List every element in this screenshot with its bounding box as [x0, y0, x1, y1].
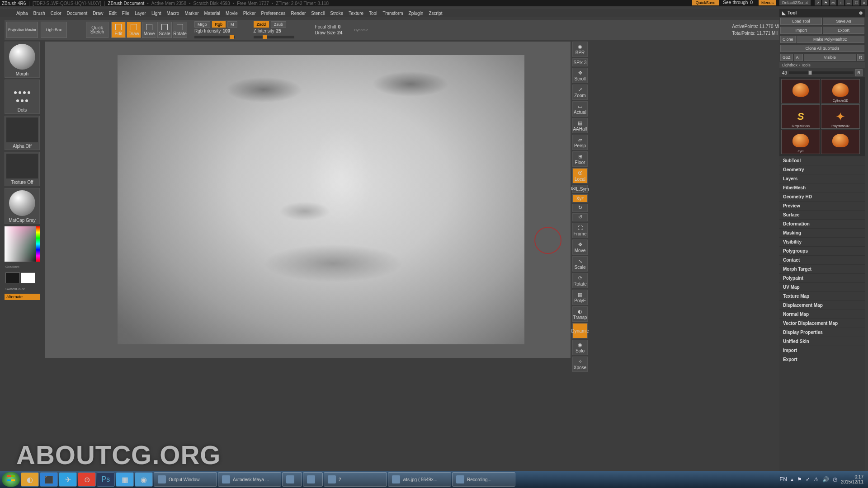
section-preview[interactable]: Preview: [779, 201, 865, 210]
move-mode-button[interactable]: Move: [142, 22, 156, 38]
material-slot[interactable]: MatCap Gray: [5, 188, 40, 224]
color-picker[interactable]: [5, 226, 40, 262]
dynamic-label[interactable]: Dynamic: [354, 28, 368, 32]
transp-button[interactable]: ◐Transp: [572, 306, 588, 322]
menu-movie[interactable]: Movie: [226, 11, 238, 16]
texture-slot[interactable]: Texture Off: [5, 152, 40, 186]
menu-light[interactable]: Light: [151, 11, 161, 16]
focal-shift-value[interactable]: 0: [338, 24, 341, 29]
viewport-3d[interactable]: [118, 55, 524, 344]
menu-transform[interactable]: Transform: [382, 11, 403, 16]
section-vector-displacement-map[interactable]: Vector Displacement Map: [779, 319, 865, 328]
taskbar-task-0[interactable]: Output Window: [154, 472, 217, 487]
section-display-properties[interactable]: Display Properties: [779, 328, 865, 337]
menu-preferences[interactable]: Preferences: [261, 11, 286, 16]
minimize-icon[interactable]: —: [845, 0, 852, 5]
see-through-slider[interactable]: See-through 0: [723, 0, 753, 5]
clone-button[interactable]: Clone: [780, 36, 796, 43]
mrgb-chip[interactable]: Mrgb: [194, 21, 210, 28]
section-polygroups[interactable]: Polygroups: [779, 246, 865, 255]
section-polypaint[interactable]: Polypaint: [779, 273, 865, 282]
menu-zplugin[interactable]: Zplugin: [409, 11, 424, 16]
section-export[interactable]: Export: [779, 355, 865, 364]
zoom-button[interactable]: ⤢Zoom: [572, 84, 588, 100]
m-chip[interactable]: M: [227, 21, 237, 28]
pinned-app-6[interactable]: ▦: [116, 472, 134, 487]
tool-slider-r[interactable]: R: [855, 69, 863, 76]
goz-button[interactable]: GoZ: [780, 54, 793, 61]
pinned-app-1[interactable]: ◐: [21, 472, 39, 487]
menu-marker[interactable]: Marker: [184, 11, 198, 16]
section-fibermesh[interactable]: FiberMesh: [779, 183, 865, 192]
lightbox-button[interactable]: LightBox: [41, 22, 67, 38]
tool-breadcrumb[interactable]: Lightbox › Tools: [779, 62, 865, 68]
quick-sketch-button[interactable]: Quick Sketch: [86, 22, 108, 38]
section-displacement-map[interactable]: Displacement Map: [779, 300, 865, 310]
menu-file[interactable]: File: [122, 11, 129, 16]
section-geometry[interactable]: Geometry: [779, 165, 865, 174]
default-script-button[interactable]: DefaultZScript: [779, 0, 811, 5]
tool-thumb-4[interactable]: eyel: [781, 130, 820, 154]
section-normal-map[interactable]: Normal Map: [779, 310, 865, 319]
floor-button[interactable]: ⊞Floor: [572, 151, 588, 167]
menu-alpha[interactable]: Alpha: [16, 11, 28, 16]
layout-icon[interactable]: ▭: [830, 0, 836, 5]
actual-button[interactable]: ▭Actual: [572, 101, 588, 117]
menu-material[interactable]: Material: [204, 11, 221, 16]
make-polymesh-button[interactable]: Make PolyMesh3D: [797, 36, 864, 43]
menu-stroke[interactable]: Stroke: [330, 11, 343, 16]
frame-button[interactable]: ⛶Frame: [572, 223, 588, 238]
pinned-app-5[interactable]: Ps: [97, 472, 115, 487]
solo-button[interactable]: ◉Solo: [572, 340, 588, 355]
taskbar-task-3[interactable]: [303, 472, 323, 487]
close-icon[interactable]: ✕: [861, 0, 867, 5]
section-morph-target[interactable]: Morph Target: [779, 264, 865, 273]
menu-document[interactable]: Document: [67, 11, 88, 16]
tool-thumb-2[interactable]: SimpleBrush: [781, 104, 820, 129]
section-masking[interactable]: Masking: [779, 228, 865, 237]
tray-security-icon[interactable]: ✓: [806, 476, 810, 483]
pinned-app-7[interactable]: ◉: [135, 472, 153, 487]
spix-3-button[interactable]: SPix 3: [572, 58, 588, 66]
section-layers[interactable]: Layers: [779, 174, 865, 183]
menu-macro[interactable]: Macro: [167, 11, 179, 16]
section-unified-skin[interactable]: Unified Skin: [779, 337, 865, 346]
xyz-button[interactable]: Xyz: [572, 194, 588, 202]
lang-indicator[interactable]: EN: [779, 476, 787, 483]
section-uv-map[interactable]: UV Map: [779, 282, 865, 291]
taskbar-task-4[interactable]: 2: [324, 472, 387, 487]
menu-tool[interactable]: Tool: [369, 11, 377, 16]
dynamic-button[interactable]: Dynamic: [572, 323, 588, 338]
menu-render[interactable]: Render: [291, 11, 306, 16]
goz-r-button[interactable]: R: [857, 54, 865, 61]
quicksave-button[interactable]: QuickSave: [692, 0, 719, 5]
taskbar-task-2[interactable]: [282, 472, 302, 487]
move-button[interactable]: ✥Move: [572, 239, 588, 255]
pinned-app-2[interactable]: ⬛: [40, 472, 58, 487]
bpr-button[interactable]: ◉BPR: [572, 42, 588, 57]
pin-icon[interactable]: ⚑: [822, 0, 829, 5]
panel-close-icon[interactable]: ⊗: [859, 10, 863, 15]
draw-size-value[interactable]: 24: [337, 30, 342, 35]
rotate-mode-button[interactable]: Rotate: [173, 22, 187, 38]
taskbar-task-6[interactable]: Recording...: [452, 472, 515, 487]
section-subtool[interactable]: SubTool: [779, 156, 865, 165]
z-intensity-value[interactable]: 25: [276, 28, 281, 33]
menus-button[interactable]: Menus: [759, 0, 776, 5]
rgb-intensity-value[interactable]: 100: [222, 28, 230, 33]
persp-button[interactable]: ▱Persp: [572, 135, 588, 150]
layout2-icon[interactable]: ▫: [838, 0, 844, 5]
zadd-chip[interactable]: Zadd: [254, 21, 269, 28]
taskbar-task-1[interactable]: Autodesk Maya ...: [218, 472, 281, 487]
tool-thumb-3[interactable]: PolyMesh3D: [821, 104, 860, 129]
pinned-app-3[interactable]: ✈: [59, 472, 77, 487]
rgb-chip[interactable]: Rgb: [212, 21, 226, 28]
goz-all-button[interactable]: All: [794, 54, 803, 61]
gradient-label[interactable]: Gradient: [5, 264, 40, 270]
projection-master-button[interactable]: Projection Master: [6, 22, 38, 38]
clone-all-subtools-button[interactable]: Clone All SubTools: [780, 45, 864, 52]
menu-brush[interactable]: Brush: [33, 11, 45, 16]
--button[interactable]: ↺: [572, 213, 588, 221]
canvas[interactable]: [45, 42, 571, 358]
scale-button[interactable]: ⤡Scale: [572, 256, 588, 272]
